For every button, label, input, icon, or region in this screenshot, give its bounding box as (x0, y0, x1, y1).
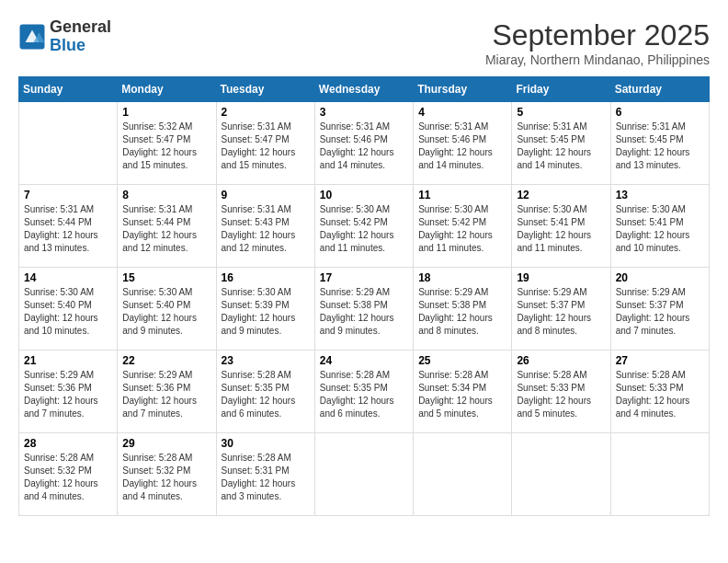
day-number: 12 (517, 189, 605, 201)
cell-info: Sunrise: 5:28 AM Sunset: 5:35 PM Dayligh… (222, 369, 310, 420)
cell-info: Sunrise: 5:31 AM Sunset: 5:45 PM Dayligh… (616, 121, 704, 172)
calendar-week-4: 21Sunrise: 5:29 AM Sunset: 5:36 PM Dayli… (19, 350, 710, 433)
day-number: 18 (418, 271, 506, 284)
day-number: 7 (24, 189, 112, 201)
day-number: 16 (222, 271, 310, 284)
day-number: 5 (517, 106, 605, 119)
day-number: 3 (320, 106, 408, 119)
page-header: General Blue September 2025 Miaray, Nort… (18, 18, 710, 67)
calendar-cell: 18Sunrise: 5:29 AM Sunset: 5:38 PM Dayli… (414, 268, 512, 350)
cell-info: Sunrise: 5:31 AM Sunset: 5:47 PM Dayligh… (222, 121, 310, 172)
day-number: 15 (122, 271, 210, 284)
day-number: 26 (517, 354, 605, 367)
calendar-cell (314, 433, 413, 516)
calendar-cell: 13Sunrise: 5:30 AM Sunset: 5:41 PM Dayli… (610, 185, 709, 268)
calendar-cell: 30Sunrise: 5:28 AM Sunset: 5:31 PM Dayli… (216, 433, 314, 516)
weekday-header-wednesday: Wednesday (314, 77, 413, 102)
calendar-cell (414, 433, 512, 516)
day-number: 24 (320, 354, 408, 367)
cell-info: Sunrise: 5:31 AM Sunset: 5:46 PM Dayligh… (418, 121, 506, 172)
cell-info: Sunrise: 5:30 AM Sunset: 5:39 PM Dayligh… (222, 286, 310, 338)
cell-info: Sunrise: 5:28 AM Sunset: 5:33 PM Dayligh… (517, 369, 605, 420)
cell-info: Sunrise: 5:29 AM Sunset: 5:37 PM Dayligh… (616, 286, 704, 338)
calendar-cell: 10Sunrise: 5:30 AM Sunset: 5:42 PM Dayli… (314, 185, 413, 268)
calendar-cell: 28Sunrise: 5:28 AM Sunset: 5:32 PM Dayli… (19, 433, 118, 516)
day-number: 27 (616, 354, 704, 367)
cell-info: Sunrise: 5:28 AM Sunset: 5:33 PM Dayligh… (616, 369, 704, 420)
cell-info: Sunrise: 5:31 AM Sunset: 5:44 PM Dayligh… (24, 203, 112, 255)
day-number: 6 (616, 106, 704, 119)
cell-info: Sunrise: 5:28 AM Sunset: 5:35 PM Dayligh… (320, 369, 408, 420)
cell-info: Sunrise: 5:31 AM Sunset: 5:45 PM Dayligh… (517, 121, 605, 172)
day-number: 14 (24, 271, 112, 284)
calendar-cell: 5Sunrise: 5:31 AM Sunset: 5:45 PM Daylig… (512, 102, 610, 185)
weekday-header-monday: Monday (118, 77, 216, 102)
weekday-header-friday: Friday (512, 77, 610, 102)
weekday-header-thursday: Thursday (414, 77, 512, 102)
calendar-cell (512, 433, 610, 516)
day-number: 22 (122, 354, 210, 367)
day-number: 20 (616, 271, 704, 284)
day-number: 23 (222, 354, 310, 367)
calendar-cell: 4Sunrise: 5:31 AM Sunset: 5:46 PM Daylig… (414, 102, 512, 185)
day-number: 10 (320, 189, 408, 201)
day-number: 11 (418, 189, 506, 201)
cell-info: Sunrise: 5:32 AM Sunset: 5:47 PM Dayligh… (122, 121, 210, 172)
cell-info: Sunrise: 5:31 AM Sunset: 5:44 PM Dayligh… (122, 203, 210, 255)
cell-info: Sunrise: 5:29 AM Sunset: 5:36 PM Dayligh… (122, 369, 210, 420)
calendar-cell: 25Sunrise: 5:28 AM Sunset: 5:34 PM Dayli… (414, 350, 512, 433)
cell-info: Sunrise: 5:29 AM Sunset: 5:36 PM Dayligh… (24, 369, 112, 420)
calendar-cell: 21Sunrise: 5:29 AM Sunset: 5:36 PM Dayli… (19, 350, 118, 433)
weekday-header-tuesday: Tuesday (216, 77, 314, 102)
cell-info: Sunrise: 5:31 AM Sunset: 5:43 PM Dayligh… (222, 203, 310, 255)
calendar-cell: 20Sunrise: 5:29 AM Sunset: 5:37 PM Dayli… (610, 268, 709, 350)
calendar-cell: 8Sunrise: 5:31 AM Sunset: 5:44 PM Daylig… (118, 185, 216, 268)
cell-info: Sunrise: 5:30 AM Sunset: 5:41 PM Dayligh… (616, 203, 704, 255)
day-number: 4 (418, 106, 506, 119)
title-block: September 2025 Miaray, Northern Mindanao… (485, 18, 710, 67)
logo-icon (18, 23, 46, 51)
calendar-cell: 11Sunrise: 5:30 AM Sunset: 5:42 PM Dayli… (414, 185, 512, 268)
weekday-header-row: SundayMondayTuesdayWednesdayThursdayFrid… (19, 77, 710, 102)
calendar-week-3: 14Sunrise: 5:30 AM Sunset: 5:40 PM Dayli… (19, 268, 710, 350)
cell-info: Sunrise: 5:28 AM Sunset: 5:32 PM Dayligh… (122, 452, 210, 503)
calendar-cell: 26Sunrise: 5:28 AM Sunset: 5:33 PM Dayli… (512, 350, 610, 433)
calendar-cell: 14Sunrise: 5:30 AM Sunset: 5:40 PM Dayli… (19, 268, 118, 350)
calendar-cell: 24Sunrise: 5:28 AM Sunset: 5:35 PM Dayli… (314, 350, 413, 433)
cell-info: Sunrise: 5:29 AM Sunset: 5:38 PM Dayligh… (418, 286, 506, 338)
calendar-cell: 3Sunrise: 5:31 AM Sunset: 5:46 PM Daylig… (314, 102, 413, 185)
calendar-table: SundayMondayTuesdayWednesdayThursdayFrid… (18, 76, 710, 516)
day-number: 21 (24, 354, 112, 367)
day-number: 2 (222, 106, 310, 119)
day-number: 28 (24, 437, 112, 450)
calendar-cell: 15Sunrise: 5:30 AM Sunset: 5:40 PM Dayli… (118, 268, 216, 350)
calendar-cell: 29Sunrise: 5:28 AM Sunset: 5:32 PM Dayli… (118, 433, 216, 516)
cell-info: Sunrise: 5:29 AM Sunset: 5:38 PM Dayligh… (320, 286, 408, 338)
cell-info: Sunrise: 5:30 AM Sunset: 5:40 PM Dayligh… (24, 286, 112, 338)
month-title: September 2025 (485, 18, 710, 52)
calendar-cell: 6Sunrise: 5:31 AM Sunset: 5:45 PM Daylig… (610, 102, 709, 185)
day-number: 30 (222, 437, 310, 450)
calendar-cell: 17Sunrise: 5:29 AM Sunset: 5:38 PM Dayli… (314, 268, 413, 350)
calendar-cell: 7Sunrise: 5:31 AM Sunset: 5:44 PM Daylig… (19, 185, 118, 268)
weekday-header-saturday: Saturday (610, 77, 709, 102)
calendar-cell (19, 102, 118, 185)
logo: General Blue (18, 18, 111, 55)
location: Miaray, Northern Mindanao, Philippines (485, 52, 710, 67)
calendar-cell: 27Sunrise: 5:28 AM Sunset: 5:33 PM Dayli… (610, 350, 709, 433)
cell-info: Sunrise: 5:30 AM Sunset: 5:42 PM Dayligh… (418, 203, 506, 255)
calendar-cell: 19Sunrise: 5:29 AM Sunset: 5:37 PM Dayli… (512, 268, 610, 350)
cell-info: Sunrise: 5:29 AM Sunset: 5:37 PM Dayligh… (517, 286, 605, 338)
calendar-cell: 12Sunrise: 5:30 AM Sunset: 5:41 PM Dayli… (512, 185, 610, 268)
day-number: 25 (418, 354, 506, 367)
calendar-week-1: 1Sunrise: 5:32 AM Sunset: 5:47 PM Daylig… (19, 102, 710, 185)
logo-text: General Blue (50, 18, 111, 55)
weekday-header-sunday: Sunday (19, 77, 118, 102)
calendar-week-5: 28Sunrise: 5:28 AM Sunset: 5:32 PM Dayli… (19, 433, 710, 516)
day-number: 29 (122, 437, 210, 450)
day-number: 8 (122, 189, 210, 201)
cell-info: Sunrise: 5:30 AM Sunset: 5:40 PM Dayligh… (122, 286, 210, 338)
cell-info: Sunrise: 5:28 AM Sunset: 5:32 PM Dayligh… (24, 452, 112, 503)
calendar-cell: 2Sunrise: 5:31 AM Sunset: 5:47 PM Daylig… (216, 102, 314, 185)
calendar-cell: 1Sunrise: 5:32 AM Sunset: 5:47 PM Daylig… (118, 102, 216, 185)
